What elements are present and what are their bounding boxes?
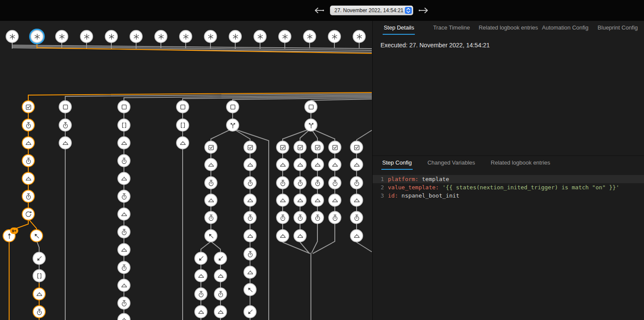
node-timer-icon[interactable]: [204, 211, 217, 224]
previous-run-button[interactable]: [313, 7, 324, 14]
tab-automation-config[interactable]: Automation Config: [539, 21, 591, 35]
node-timer-icon[interactable]: [350, 176, 363, 189]
node-square-icon[interactable]: [226, 100, 239, 113]
node-trigger-icon[interactable]: [80, 30, 93, 43]
node-service-icon[interactable]: [117, 172, 130, 185]
node-condition-icon[interactable]: [244, 141, 257, 154]
node-timer-icon[interactable]: [244, 247, 257, 261]
node-service-icon[interactable]: [350, 158, 363, 171]
node-service-icon[interactable]: [117, 136, 130, 149]
tab-changed-variables[interactable]: Changed Variables: [427, 156, 476, 170]
node-timer-icon[interactable]: [276, 176, 289, 189]
node-service-icon[interactable]: [276, 194, 289, 207]
node-trigger-icon[interactable]: [229, 30, 242, 43]
node-service-icon[interactable]: [22, 136, 35, 149]
node-service-icon[interactable]: [244, 158, 257, 171]
node-brackets-icon[interactable]: [117, 119, 130, 132]
node-service-icon[interactable]: [294, 158, 307, 171]
node-service-icon[interactable]: [204, 194, 217, 207]
node-condition-icon[interactable]: [328, 141, 341, 154]
node-trigger-icon[interactable]: [254, 30, 267, 43]
tab-blueprint-config[interactable]: Blueprint Config: [591, 21, 644, 35]
node-trigger-icon[interactable]: [353, 30, 366, 43]
node-service-icon[interactable]: [214, 269, 227, 282]
node-condition-icon[interactable]: [204, 141, 217, 154]
node-repeat-icon[interactable]: [22, 208, 35, 221]
node-service-icon[interactable]: [117, 243, 130, 256]
node-timer-icon[interactable]: [117, 190, 130, 203]
node-timer-icon[interactable]: [328, 211, 341, 224]
node-service-icon[interactable]: [350, 194, 363, 207]
node-trigger-icon[interactable]: [278, 30, 291, 43]
node-service-icon[interactable]: [328, 194, 341, 207]
node-service-icon[interactable]: [59, 136, 72, 149]
node-decision-icon[interactable]: [304, 119, 317, 132]
node-service-icon[interactable]: [214, 305, 227, 318]
node-trigger-icon[interactable]: [130, 30, 143, 43]
node-timer-icon[interactable]: [204, 176, 217, 189]
node-timer-icon[interactable]: [294, 211, 307, 224]
node-timer-icon[interactable]: [276, 211, 289, 224]
node-trigger-icon[interactable]: [30, 30, 43, 43]
node-condition-icon[interactable]: [350, 141, 363, 154]
tab-related-logbook-entries[interactable]: Related logbook entries: [478, 21, 539, 35]
node-service-icon[interactable]: [294, 194, 307, 207]
node-service-icon[interactable]: [117, 208, 130, 221]
node-square-icon[interactable]: [117, 100, 130, 113]
node-timer-icon[interactable]: [311, 211, 324, 224]
node-service-icon[interactable]: [194, 269, 207, 282]
node-timer-icon[interactable]: [22, 190, 35, 203]
step-config-code[interactable]: 1platform: template2value_template: '{{ …: [373, 175, 644, 200]
node-arrow-down-left-icon[interactable]: [244, 305, 257, 318]
node-service-icon[interactable]: [294, 229, 307, 242]
node-service-icon[interactable]: [244, 266, 257, 279]
node-timer-icon[interactable]: [117, 261, 130, 274]
node-brackets-icon[interactable]: [33, 269, 46, 282]
node-timer-icon[interactable]: [328, 176, 341, 189]
node-timer-icon[interactable]: [294, 176, 307, 189]
tab-step-config[interactable]: Step Config: [381, 156, 413, 170]
node-arrow-up-left-icon[interactable]: [204, 229, 217, 242]
node-trigger-icon[interactable]: [6, 30, 19, 43]
node-service-icon[interactable]: [311, 158, 324, 171]
node-service-icon[interactable]: [276, 158, 289, 171]
node-timer-icon[interactable]: [22, 119, 35, 132]
node-brackets-icon[interactable]: [176, 119, 189, 132]
node-service-icon[interactable]: [311, 194, 324, 207]
node-service-icon[interactable]: [328, 158, 341, 171]
node-timer-icon[interactable]: [311, 176, 324, 189]
node-timer-icon[interactable]: [117, 154, 130, 167]
node-condition-icon[interactable]: [294, 141, 307, 154]
tab-trace-timeline[interactable]: Trace Timeline: [425, 21, 478, 35]
node-trigger-icon[interactable]: [154, 30, 167, 43]
node-trigger-icon[interactable]: [105, 30, 118, 43]
node-service-icon[interactable]: [22, 172, 35, 185]
node-trigger-icon[interactable]: [303, 30, 316, 43]
node-condition-icon[interactable]: [276, 141, 289, 154]
node-arrow-down-left-icon[interactable]: [194, 252, 207, 265]
node-arrow-down-left-icon[interactable]: [33, 252, 46, 265]
node-timer-icon[interactable]: [244, 211, 257, 224]
node-timer-icon[interactable]: [22, 154, 35, 167]
node-timer-icon[interactable]: [33, 305, 46, 318]
tab-step-details[interactable]: Step Details: [373, 21, 425, 35]
node-service-icon[interactable]: [176, 136, 189, 149]
node-condition-icon[interactable]: [22, 100, 35, 113]
node-trigger-icon[interactable]: [204, 30, 217, 43]
node-arrow-up-icon[interactable]: 9+: [3, 229, 16, 242]
node-trigger-icon[interactable]: [55, 30, 68, 43]
node-timer-icon[interactable]: [117, 297, 130, 310]
node-arrow-up-left-icon[interactable]: [244, 283, 257, 296]
node-service-icon[interactable]: [204, 158, 217, 171]
node-service-icon[interactable]: [350, 229, 363, 242]
node-trigger-icon[interactable]: [328, 30, 341, 43]
run-select[interactable]: 27. November 2022, 14:54:21: [330, 6, 413, 15]
node-condition-icon[interactable]: [311, 141, 324, 154]
node-service-icon[interactable]: [276, 229, 289, 242]
node-service-icon[interactable]: [244, 194, 257, 207]
tab-related-logbook-entries[interactable]: Related logbook entries: [490, 156, 551, 170]
node-timer-icon[interactable]: [194, 287, 207, 300]
node-square-icon[interactable]: [59, 100, 72, 113]
node-square-icon[interactable]: [176, 100, 189, 113]
node-timer-icon[interactable]: [214, 287, 227, 300]
